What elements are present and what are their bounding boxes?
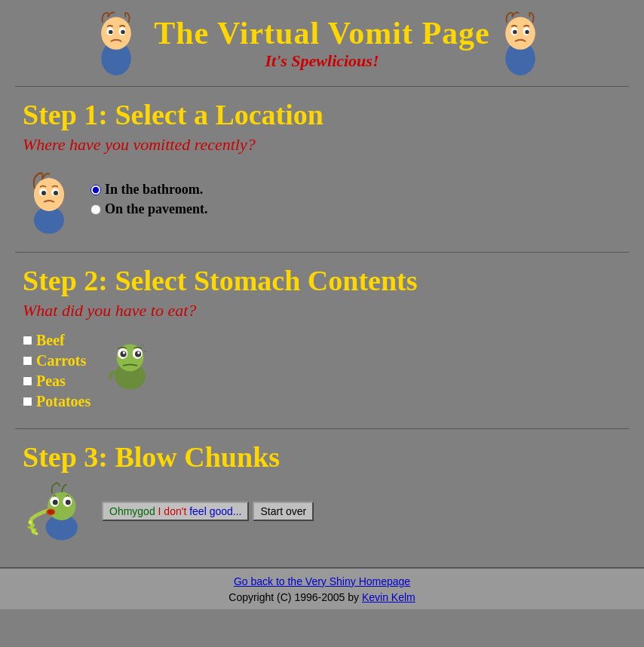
step2-title: Step 2: Select Stomach Contents	[23, 264, 621, 297]
svg-text:~: ~	[64, 176, 68, 184]
copyright-text: Copyright (C) 1996-2005 by	[228, 591, 362, 603]
svg-text:~: ~	[130, 12, 133, 20]
step2-character: ~ ~	[106, 336, 158, 395]
page-title: The Virtual Vomit Page	[154, 15, 490, 51]
carrots-label: Carrots	[36, 352, 86, 369]
svg-point-12	[513, 30, 517, 34]
step1-subtitle: Where have you vomitted recently?	[23, 135, 621, 155]
svg-text:~: ~	[498, 14, 502, 21]
step3-content: Ohmygod I don't feel good... Start over	[23, 477, 621, 544]
step3-title: Step 3: Blow Chunks	[23, 440, 621, 474]
svg-point-41	[28, 526, 30, 529]
bathroom-radio[interactable]	[90, 185, 101, 195]
peas-checkbox[interactable]	[23, 376, 32, 386]
step1-title: Step 1: Select a Location	[23, 98, 621, 131]
footer-copyright: Copyright (C) 1996-2005 by Kevin Kelm	[6, 591, 638, 603]
right-character-icon: ~ ~	[490, 8, 550, 75]
svg-text:~: ~	[94, 14, 98, 21]
svg-point-17	[34, 178, 64, 211]
step2-content: Beef Carrots Peas Potatoes	[23, 332, 621, 413]
svg-point-23	[54, 191, 58, 195]
start-over-button[interactable]: Start over	[253, 501, 314, 521]
homepage-link[interactable]: Go back to the Very Shiny Homepage	[234, 575, 410, 587]
page-header: ~ ~ The Virtual Vomit Page It's Spewlici…	[0, 0, 644, 86]
svg-point-45	[48, 510, 54, 514]
svg-point-39	[66, 500, 71, 505]
step1-content: ~ ~ In the bathroom.	[23, 166, 621, 237]
svg-point-5	[121, 30, 125, 34]
step1-character-icon: ~ ~	[23, 166, 75, 234]
character-left: ~ ~	[86, 8, 154, 78]
page-footer: Go back to the Very Shiny Homepage Copyr…	[0, 567, 644, 609]
svg-point-38	[53, 500, 58, 505]
svg-point-30	[123, 351, 125, 354]
svg-point-35	[48, 492, 75, 520]
potatoes-label: Potatoes	[36, 393, 90, 410]
pavement-radio[interactable]	[90, 204, 101, 215]
food-potatoes[interactable]: Potatoes	[23, 393, 90, 410]
svg-text:~: ~	[60, 169, 64, 176]
step2-subtitle: What did you have to eat?	[23, 301, 621, 320]
pavement-label: On the pavement.	[105, 201, 208, 217]
svg-point-1	[101, 17, 131, 50]
svg-point-43	[35, 532, 38, 535]
step2-character-icon: ~ ~	[106, 336, 155, 392]
step3-buttons: Ohmygod I don't feel good... Start over	[102, 501, 314, 521]
svg-point-42	[32, 529, 35, 533]
step3-character-icon	[23, 477, 94, 541]
location-radio-group: In the bathroom. On the pavement.	[90, 182, 208, 221]
bathroom-label: In the bathroom.	[105, 182, 203, 198]
svg-point-22	[41, 191, 46, 195]
svg-point-40	[29, 520, 32, 524]
step1-character: ~ ~	[23, 166, 75, 237]
title-block: The Virtual Vomit Page It's Spewlicious!	[154, 15, 490, 71]
food-carrots[interactable]: Carrots	[23, 352, 90, 369]
svg-point-13	[525, 30, 529, 34]
left-character-icon: ~ ~	[86, 8, 146, 75]
carrots-checkbox[interactable]	[23, 356, 32, 366]
food-peas[interactable]: Peas	[23, 373, 90, 390]
button-text-ohmy: Ohmygod	[109, 505, 155, 517]
vomit-button[interactable]: Ohmygod I don't feel good...	[102, 501, 249, 521]
step3-section: Step 3: Blow Chunks	[0, 429, 644, 560]
peas-label: Peas	[36, 373, 66, 390]
footer-link-row: Go back to the Very Shiny Homepage	[6, 575, 638, 588]
svg-text:~: ~	[534, 12, 538, 20]
step3-character	[23, 477, 90, 544]
potatoes-checkbox[interactable]	[23, 397, 32, 406]
location-pavement[interactable]: On the pavement.	[90, 201, 208, 217]
button-text-dont: I don't	[158, 505, 187, 517]
svg-text:~: ~	[144, 348, 147, 355]
svg-point-9	[505, 17, 535, 50]
button-text-feel: feel good...	[189, 505, 241, 517]
author-link[interactable]: Kevin Kelm	[362, 591, 416, 603]
step2-section: Step 2: Select Stomach Contents What did…	[0, 253, 644, 428]
character-right: ~ ~	[490, 8, 558, 78]
food-checkbox-group: Beef Carrots Peas Potatoes	[23, 332, 90, 413]
beef-label: Beef	[36, 332, 65, 349]
step1-section: Step 1: Select a Location Where have you…	[0, 87, 644, 252]
svg-point-4	[109, 30, 112, 34]
location-bathroom[interactable]: In the bathroom.	[90, 182, 208, 198]
svg-point-31	[137, 351, 140, 354]
page-subtitle: It's Spewlicious!	[154, 51, 490, 71]
beef-checkbox[interactable]	[23, 336, 32, 345]
food-beef[interactable]: Beef	[23, 332, 90, 349]
